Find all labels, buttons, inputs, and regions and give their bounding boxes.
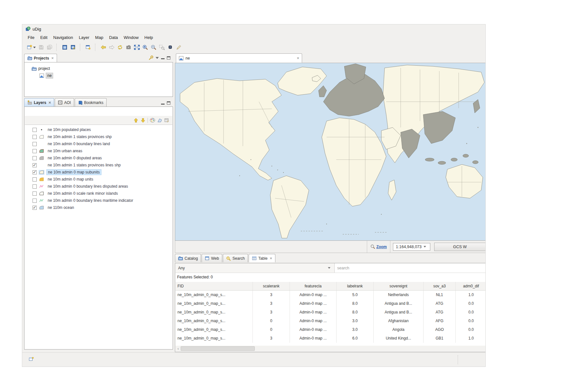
attribute-filter-combo[interactable]: Any xyxy=(176,263,335,273)
menu-file[interactable]: File xyxy=(25,34,37,41)
layer-row-maritime-indicator[interactable]: ne 10m admin 0 boundary lines maritime i… xyxy=(25,197,172,204)
layer-checkbox[interactable] xyxy=(33,184,37,189)
maximize-icon[interactable] xyxy=(167,56,170,60)
horizontal-scrollbar[interactable]: ‹ xyxy=(176,346,485,351)
new-map-icon[interactable] xyxy=(25,43,34,51)
col-fid[interactable]: FID xyxy=(176,282,253,290)
tab-projects[interactable]: Projects × xyxy=(24,54,57,62)
refresh-icon[interactable] xyxy=(116,43,124,51)
table-row-clipped[interactable]: ne_10m_admin_0_map_s... 3 Admin-0 map ..… xyxy=(176,334,485,343)
menu-edit[interactable]: Edit xyxy=(37,34,50,41)
table-row[interactable]: ne_10m_admin_0_map_s... 3 Admin-0 map ..… xyxy=(176,299,485,308)
tab-table[interactable]: Table × xyxy=(249,254,275,262)
table-row[interactable]: ne_10m_admin_0_map_s... 0 Admin-0 map ..… xyxy=(176,317,485,325)
move-layer-down-icon[interactable] xyxy=(140,118,146,123)
tab-aoi[interactable]: AOI xyxy=(55,98,74,107)
tab-bookmarks[interactable]: Bookmarks xyxy=(75,98,107,107)
layer-checkbox[interactable] xyxy=(33,177,37,182)
layer-checkbox[interactable] xyxy=(33,128,37,132)
pan-icon[interactable] xyxy=(166,43,175,51)
scrollbar-thumb[interactable] xyxy=(181,346,255,351)
tab-layers[interactable]: Layers × xyxy=(24,98,54,107)
tab-catalog[interactable]: Catalog xyxy=(175,254,201,262)
edit-pencil-icon[interactable] xyxy=(175,43,183,51)
cell-sov-a3: NL1 xyxy=(424,291,456,299)
table-row[interactable]: ne_10m_admin_0_map_s... 3 Admin-0 map ..… xyxy=(176,291,485,299)
save-icon[interactable] xyxy=(37,43,45,51)
zoom-selection-icon[interactable] xyxy=(158,43,166,51)
layer-row-urban-areas[interactable]: ne 10m urban areas xyxy=(25,147,172,154)
menu-layer[interactable]: Layer xyxy=(76,34,92,41)
layer-row-disputed-areas[interactable]: ne 10m admin 0 disputed areas xyxy=(25,154,172,162)
fast-view-icon[interactable] xyxy=(29,357,34,361)
layer-checkbox[interactable] xyxy=(33,149,37,153)
col-sov-a3[interactable]: sov_a3 xyxy=(424,282,456,290)
layer-row-admin1-provinces[interactable]: ne 10m admin 1 states provinces shp xyxy=(25,133,172,140)
view-menu-icon[interactable] xyxy=(156,57,159,59)
zoom-out-icon[interactable] xyxy=(149,43,158,51)
zoom-in-icon[interactable] xyxy=(141,43,149,51)
scroll-left-icon[interactable]: ‹ xyxy=(176,346,181,351)
tab-ne-map[interactable]: ne × xyxy=(176,53,302,63)
menu-map[interactable]: Map xyxy=(92,34,106,41)
table-row[interactable]: ne_10m_admin_0_map_s... 0 Admin-0 map ..… xyxy=(176,325,485,334)
layer-row-boundary-land[interactable]: ne 10m admin 0 boundary lines land xyxy=(25,140,172,147)
layer-checkbox[interactable] xyxy=(33,163,37,167)
forward-icon[interactable] xyxy=(108,43,116,51)
layer-row-minor-islands[interactable]: ne 10m admin 0 scale rank minor islands xyxy=(25,190,172,197)
open-table-icon[interactable] xyxy=(164,118,170,123)
edit-geometry-icon[interactable] xyxy=(157,118,162,123)
move-layer-up-icon[interactable] xyxy=(133,118,138,123)
layer-row-admin1-lines[interactable]: ne 10m admin 1 states provinces lines sh… xyxy=(25,162,172,169)
add-layer-icon[interactable] xyxy=(84,43,92,51)
tab-search[interactable]: Search xyxy=(223,254,248,262)
zoom-extent-icon[interactable] xyxy=(133,43,141,51)
polygon-symbol-icon xyxy=(39,177,44,182)
layer-checkbox[interactable] xyxy=(33,170,37,174)
menu-window[interactable]: Window xyxy=(121,34,141,41)
tree-item-ne-map[interactable]: ne xyxy=(39,72,173,79)
tree-item-project[interactable]: project xyxy=(32,65,173,72)
col-labelrank[interactable]: labelrank xyxy=(337,282,374,290)
layer-row-ocean[interactable]: ne 110m ocean xyxy=(25,204,172,211)
minimize-icon[interactable] xyxy=(161,102,165,105)
wrench-icon[interactable] xyxy=(148,55,153,60)
open-map-icon[interactable] xyxy=(61,43,69,51)
zoom-link[interactable]: Zoom xyxy=(376,245,387,249)
commit-icon[interactable] xyxy=(124,43,133,51)
layer-row-map-units[interactable]: ne 10m admin 0 map units xyxy=(25,176,172,183)
layer-row-boundary-disputed[interactable]: ne 10m admin 0 boundary lines disputed a… xyxy=(25,183,172,190)
search-input[interactable] xyxy=(335,263,485,273)
close-icon[interactable]: × xyxy=(48,101,51,104)
layer-checkbox[interactable] xyxy=(33,142,37,146)
scale-combo[interactable]: 1:164,948,073 xyxy=(393,243,430,251)
maximize-icon[interactable] xyxy=(167,101,170,105)
tab-web[interactable]: Web xyxy=(202,254,222,262)
style-palette-icon[interactable] xyxy=(150,118,155,123)
new-map-window-icon[interactable] xyxy=(69,43,77,51)
back-icon[interactable] xyxy=(99,43,108,51)
menu-data[interactable]: Data xyxy=(106,34,121,41)
layer-checkbox[interactable] xyxy=(33,156,37,160)
col-featurecla[interactable]: featurecla xyxy=(290,282,337,290)
layer-checkbox[interactable] xyxy=(33,199,37,203)
layer-checkbox[interactable] xyxy=(33,191,37,196)
layer-row-populated-places[interactable]: ne 10m populated places xyxy=(25,126,172,133)
layer-checkbox[interactable] xyxy=(33,206,37,210)
minimize-icon[interactable] xyxy=(161,56,165,59)
menu-navigation[interactable]: Navigation xyxy=(50,34,76,41)
menu-help[interactable]: Help xyxy=(141,34,156,41)
col-adm0-dif[interactable]: adm0_dif xyxy=(456,282,485,290)
save-all-icon[interactable] xyxy=(45,43,54,51)
close-icon[interactable]: × xyxy=(51,57,54,60)
close-icon[interactable]: × xyxy=(296,57,299,60)
new-map-dropdown-icon[interactable] xyxy=(33,47,36,48)
close-icon[interactable]: × xyxy=(269,257,272,260)
crs-button[interactable]: GCS W xyxy=(434,243,486,251)
col-scalerank[interactable]: scalerank xyxy=(253,282,290,290)
col-sovereignt[interactable]: sovereignt xyxy=(374,282,424,290)
layer-checkbox[interactable] xyxy=(33,135,37,139)
layer-row-map-subunits[interactable]: ne 10m admin 0 map subunits xyxy=(25,169,172,176)
table-row[interactable]: ne_10m_admin_0_map_s... 3 Admin-0 map ..… xyxy=(176,308,485,317)
map-canvas[interactable] xyxy=(175,63,486,241)
